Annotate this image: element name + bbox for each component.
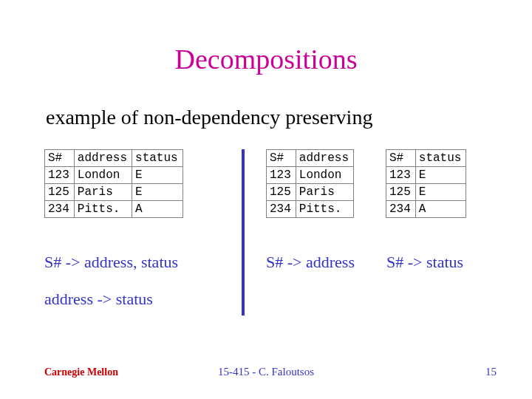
- footer-center: 15-415 - C. Faloutsos: [0, 366, 532, 378]
- table-header-row: S# status: [386, 150, 466, 167]
- table-row: 123 London E: [45, 167, 183, 184]
- table-address: S# address 123 London 125 Paris 234 Pitt…: [266, 149, 354, 218]
- footer-page: 15: [485, 366, 497, 378]
- cell: 123: [267, 167, 296, 184]
- table-row: 234 Pitts. A: [45, 201, 183, 218]
- table-row: 125 Paris: [267, 184, 354, 201]
- cell: 123: [386, 167, 416, 184]
- col-header: status: [415, 150, 466, 167]
- slide: Decompositions example of non-dependency…: [0, 0, 532, 399]
- cell: 234: [267, 201, 296, 218]
- fd-left-2: address -> status: [44, 290, 153, 309]
- slide-subtitle: example of non-dependency preserving: [46, 106, 372, 129]
- cell: 234: [45, 201, 75, 218]
- cell: Pitts.: [296, 201, 353, 218]
- cell: 234: [386, 201, 416, 218]
- col-header: S#: [267, 150, 296, 167]
- cell: Paris: [296, 184, 353, 201]
- cell: E: [132, 184, 183, 201]
- fd-left-1: S# -> address, status: [44, 253, 178, 272]
- table-row: 125 E: [386, 184, 466, 201]
- fd-right: S# -> status: [386, 253, 463, 272]
- slide-title: Decompositions: [0, 43, 532, 75]
- col-header: address: [296, 150, 353, 167]
- cell: E: [415, 167, 466, 184]
- content-area: S# address status 123 London E 125 Paris…: [44, 149, 488, 319]
- cell: Paris: [74, 184, 132, 201]
- fd-mid: S# -> address: [266, 253, 355, 272]
- table-row: 234 Pitts.: [267, 201, 354, 218]
- cell: 123: [45, 167, 75, 184]
- table-row: 123 E: [386, 167, 466, 184]
- cell: 125: [45, 184, 75, 201]
- table-header-row: S# address: [267, 150, 354, 167]
- cell: 125: [267, 184, 296, 201]
- cell: Pitts.: [74, 201, 132, 218]
- table-row: 123 London: [267, 167, 354, 184]
- cell: London: [296, 167, 353, 184]
- cell: London: [74, 167, 132, 184]
- col-header: address: [74, 150, 132, 167]
- cell: 125: [386, 184, 416, 201]
- vertical-divider: [242, 149, 245, 316]
- col-header: S#: [386, 150, 416, 167]
- col-header: S#: [45, 150, 75, 167]
- table-full: S# address status 123 London E 125 Paris…: [44, 149, 183, 218]
- col-header: status: [132, 150, 183, 167]
- cell: A: [415, 201, 466, 218]
- table-row: 234 A: [386, 201, 466, 218]
- table-header-row: S# address status: [45, 150, 183, 167]
- cell: A: [132, 201, 183, 218]
- cell: E: [132, 167, 183, 184]
- cell: E: [415, 184, 466, 201]
- table-status: S# status 123 E 125 E 234 A: [386, 149, 466, 218]
- table-row: 125 Paris E: [45, 184, 183, 201]
